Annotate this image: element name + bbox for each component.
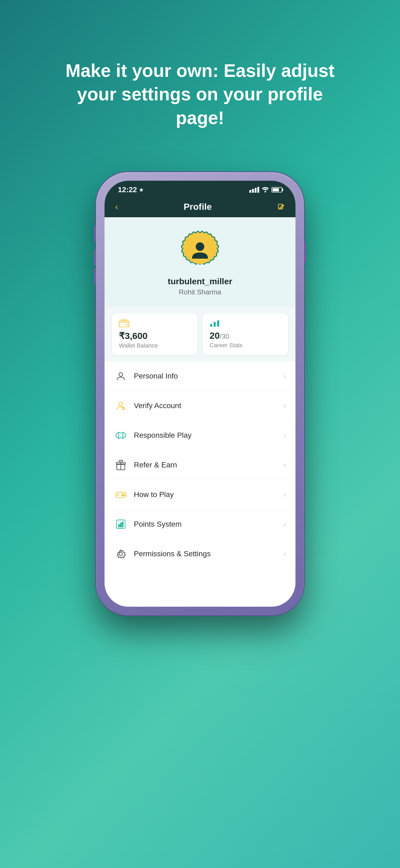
- phone-screen: 12:22: [104, 181, 296, 607]
- svg-point-10: [119, 373, 123, 376]
- nav-bar: ‹ Profile: [104, 197, 296, 217]
- headline-line2: your settings on your profile page!: [77, 84, 323, 128]
- person-icon: [116, 371, 126, 381]
- location-icon: [139, 188, 143, 192]
- menu-list: Personal Info › Verify Account ›: [104, 362, 296, 607]
- status-bar: 12:22: [104, 181, 296, 197]
- career-label: Career Stats: [210, 342, 281, 349]
- how-to-play-arrow: ›: [284, 490, 286, 499]
- status-time: 12:22: [118, 186, 143, 194]
- wallet-label: Wallet Balance: [119, 342, 190, 349]
- wallet-value: ₹3,600: [119, 331, 190, 341]
- wifi-icon: [262, 187, 269, 192]
- stats-row: ₹3,600 Wallet Balance 20/30 Career Stats: [104, 307, 296, 362]
- svg-point-0: [265, 191, 266, 192]
- refer-earn-icon: [114, 458, 128, 472]
- personal-info-arrow: ›: [284, 372, 286, 380]
- page-title: Profile: [184, 202, 212, 212]
- back-button[interactable]: ‹: [115, 202, 118, 212]
- responsible-play-label: Responsible Play: [134, 431, 284, 440]
- refer-earn-arrow: ›: [284, 461, 286, 469]
- svg-rect-7: [210, 324, 212, 327]
- menu-item-refer-earn[interactable]: Refer & Earn ›: [104, 450, 296, 480]
- responsible-play-arrow: ›: [284, 431, 286, 440]
- points-system-label: Points System: [134, 520, 284, 528]
- username: turbulent_miller: [168, 277, 232, 286]
- svg-point-3: [196, 242, 204, 251]
- headline-line1: Make it your own: Easily adjust: [66, 60, 335, 81]
- permissions-settings-icon: [114, 547, 128, 560]
- svg-point-23: [119, 552, 123, 555]
- stats-svg: [210, 319, 220, 327]
- gear-icon: [116, 549, 126, 559]
- menu-item-how-to-play[interactable]: How to Play ›: [104, 480, 296, 509]
- personal-info-icon: [114, 369, 128, 383]
- career-value: 20/30: [210, 331, 281, 341]
- gamepad-icon: [115, 491, 126, 499]
- svg-point-6: [126, 324, 128, 325]
- edit-button[interactable]: [277, 203, 285, 211]
- svg-point-17: [124, 495, 125, 496]
- how-to-play-label: How to Play: [134, 490, 284, 499]
- headline: Make it your own: Easily adjust your set…: [53, 59, 347, 129]
- signal-bars: [249, 187, 259, 193]
- svg-rect-9: [217, 320, 219, 327]
- wallet-card[interactable]: ₹3,600 Wallet Balance: [112, 313, 197, 355]
- svg-rect-21: [120, 523, 122, 527]
- avatar-badge: [180, 230, 220, 271]
- verify-account-icon: [114, 399, 128, 412]
- wallet-svg: [119, 319, 129, 327]
- status-icons: [249, 187, 282, 193]
- gift-icon: [116, 460, 126, 470]
- profile-section: turbulent_miller Rohit Sharma: [104, 217, 296, 307]
- permissions-settings-arrow: ›: [284, 550, 286, 558]
- battery-icon: [271, 187, 282, 192]
- personal-info-label: Personal Info: [134, 372, 284, 380]
- how-to-play-icon: [114, 488, 128, 501]
- verify-account-label: Verify Account: [134, 401, 284, 410]
- handshake-icon: [115, 431, 126, 440]
- menu-item-verify-account[interactable]: Verify Account ›: [104, 391, 296, 421]
- svg-point-11: [119, 402, 123, 406]
- svg-point-18: [122, 495, 123, 496]
- refer-earn-label: Refer & Earn: [134, 461, 284, 469]
- svg-rect-20: [118, 524, 120, 527]
- menu-item-permissions-settings[interactable]: Permissions & Settings ›: [104, 539, 296, 569]
- permissions-settings-label: Permissions & Settings: [134, 550, 284, 558]
- menu-item-personal-info[interactable]: Personal Info ›: [104, 362, 296, 391]
- chart-icon: [116, 519, 126, 529]
- real-name: Rohit Sharma: [179, 288, 221, 296]
- verify-account-arrow: ›: [284, 401, 286, 410]
- phone-mockup: 12:22: [96, 172, 304, 615]
- career-icon: [210, 319, 281, 327]
- menu-item-points-system[interactable]: Points System ›: [104, 509, 296, 539]
- avatar-container: [180, 230, 220, 271]
- career-card[interactable]: 20/30 Career Stats: [203, 313, 288, 355]
- edit-icon: [277, 203, 285, 211]
- wallet-icon: [119, 319, 190, 327]
- svg-point-16: [123, 494, 124, 495]
- menu-item-responsible-play[interactable]: Responsible Play ›: [104, 421, 296, 450]
- verify-icon: [116, 401, 126, 410]
- svg-rect-22: [122, 522, 124, 527]
- svg-rect-8: [213, 322, 216, 327]
- points-system-arrow: ›: [284, 520, 286, 528]
- points-system-icon: [114, 518, 128, 531]
- responsible-play-icon: [114, 429, 128, 442]
